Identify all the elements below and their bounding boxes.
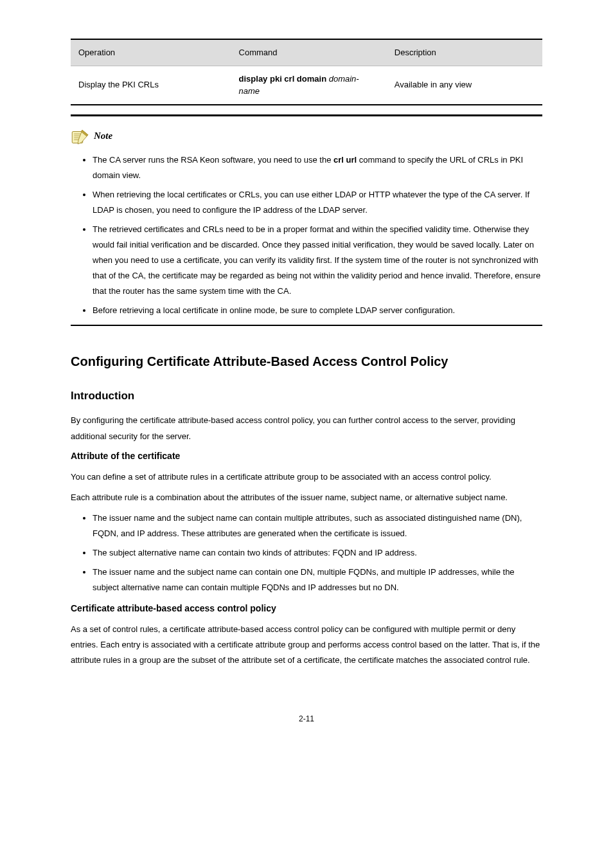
note-bottom-rule — [71, 325, 542, 326]
note-list: The CA server runs the RSA Keon software… — [71, 152, 542, 318]
table-cell-command: display pki crl domain domain-name — [231, 66, 387, 105]
intro-paragraph: By configuring the certificate attribute… — [71, 413, 542, 444]
table-header-cell: Operation — [71, 39, 231, 66]
list-item: The subject alternative name can contain… — [93, 545, 542, 561]
list-item: The CA server runs the RSA Keon software… — [93, 152, 542, 183]
table-row: Display the PKI CRLs display pki crl dom… — [71, 66, 542, 105]
subsub-heading-attribute: Attribute of the certificate — [71, 449, 542, 463]
table-header-cell: Description — [387, 39, 542, 66]
attribute-list: The issuer name and the subject name can… — [71, 511, 542, 595]
list-item: The issuer name and the subject name can… — [93, 511, 542, 541]
note-header: Note — [71, 128, 542, 145]
note-top-rule — [71, 114, 542, 116]
table-cell-operation: Display the PKI CRLs — [71, 66, 231, 105]
paragraph: You can define a set of attribute rules … — [71, 469, 542, 485]
table: Operation Command Description Display th… — [71, 39, 542, 105]
subsection-heading: Introduction — [71, 388, 542, 404]
note-label: Note — [94, 129, 112, 143]
table-header-cell: Command — [231, 39, 387, 66]
page-number: 2-11 — [71, 713, 542, 725]
note-icon — [71, 128, 90, 145]
subsub-heading-policy: Certificate attribute-based access contr… — [71, 602, 542, 615]
list-item: When retrieving the local certificates o… — [93, 187, 542, 218]
list-item: The issuer name and the subject name can… — [93, 565, 542, 595]
paragraph: Each attribute rule is a combination abo… — [71, 490, 542, 505]
pki-crl-table: Operation Command Description Display th… — [71, 39, 542, 105]
list-item: Before retrieving a local certificate in… — [93, 303, 542, 318]
list-item: The retrieved certificates and CRLs need… — [93, 222, 542, 299]
table-cell-description: Available in any view — [387, 66, 542, 105]
section-heading: Configuring Certificate Attribute-Based … — [71, 352, 542, 371]
paragraph: As a set of control rules, a certificate… — [71, 622, 542, 668]
